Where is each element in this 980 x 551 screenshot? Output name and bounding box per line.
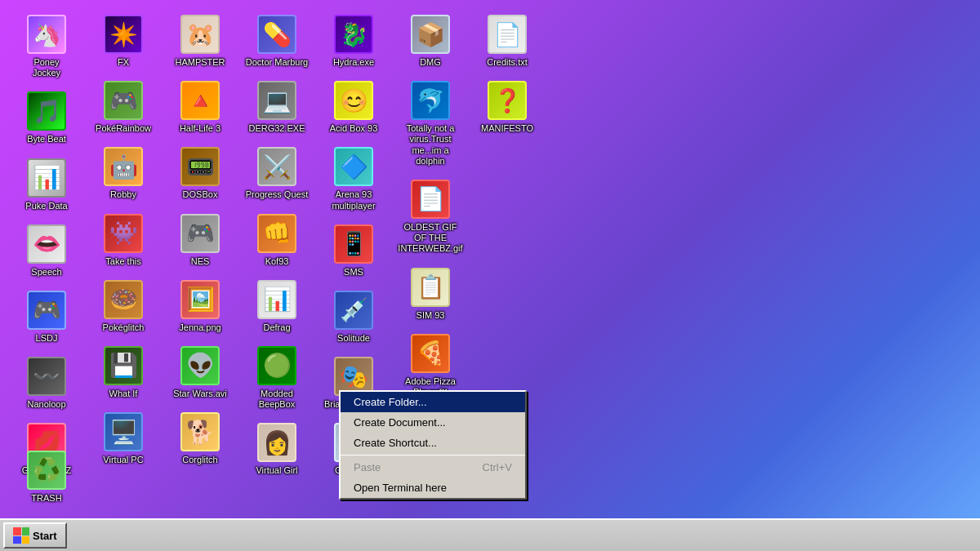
icon-label-corglitch: Corglitch <box>182 455 217 465</box>
menu-item-open-terminal[interactable]: Open Terminal here <box>341 478 525 498</box>
menu-label-create-document: Create Document... <box>354 416 446 429</box>
icon-label-solitude: Solitude <box>337 333 370 344</box>
desktop-icon-credits-txt[interactable]: 📄 Credits.txt <box>470 10 544 73</box>
icon-image-hampster: 🐹 <box>180 15 220 54</box>
desktop-icon-derg32-exe[interactable]: 💻 DERG32.EXE <box>240 76 314 139</box>
icon-label-doctor-marburg: Doctor Marburg <box>246 57 308 68</box>
desktop-icon-sms[interactable]: 📱 SMS <box>317 220 390 282</box>
icon-label-nanoloop: Nanoloop <box>27 399 65 410</box>
desktop-icon-oldest-gif[interactable]: 📄 OLDEST GIF OF THE INTERWEBZ.gif <box>394 175 467 260</box>
desktop-icon-sim93[interactable]: 📋 SIM 93 <box>394 263 467 326</box>
desktop-icon-poney-jockey[interactable]: 🦄 PoneyJockey <box>10 10 83 83</box>
menu-label-open-terminal: Open Terminal here <box>354 482 447 494</box>
desktop-icon-hydra-exe[interactable]: 🐉 Hydra.exe <box>317 10 390 73</box>
icon-label-dosbox: DOSBox <box>183 189 218 200</box>
icon-image-modded-beepbox: 🟢 <box>257 346 296 385</box>
icon-image-adobe-pizza: 🍕 <box>411 334 450 373</box>
desktop-icon-defrag[interactable]: 📊 Defrag <box>240 275 314 338</box>
desktop-icon-star-wars-avi[interactable]: 👽 Star Wars.avi <box>163 341 237 404</box>
desktop-icon-nanoloop[interactable]: 〰️ Nanoloop <box>10 352 83 415</box>
desktop-icon-pokerainbow[interactable]: 🎮 PokéRainbow <box>87 76 160 139</box>
desktop-icon-half-life-3[interactable]: 🔺 Half-Life 3 <box>163 76 237 139</box>
desktop-icon-jenna-png[interactable]: 🖼️ Jenna.png <box>163 275 237 338</box>
trash-icon-item[interactable]: ♻️ TRASH <box>10 446 83 509</box>
context-menu: Create Folder... Create Document... Crea… <box>339 390 527 500</box>
desktop-icon-lsdj[interactable]: 🎮 LSDJ <box>10 286 83 349</box>
menu-separator <box>341 455 525 455</box>
icon-image-doctor-marburg: 💊 <box>257 15 296 54</box>
desktop-icon-doctor-marburg[interactable]: 💊 Doctor Marburg <box>240 10 314 73</box>
desktop-icon-dosbox[interactable]: 📟 DOSBox <box>163 142 237 205</box>
desktop-icon-byte-beat[interactable]: 🎵 Byte Beat <box>10 87 83 149</box>
icon-image-acid-box-93: 😊 <box>334 81 373 120</box>
icon-label-acid-box-93: Acid Box 93 <box>330 123 378 134</box>
icon-image-totally-not-virus: 🐬 <box>411 81 450 120</box>
desktop-icon-what-if[interactable]: 💾 What If <box>87 341 160 404</box>
icon-label-arena93-multiplayer: Arena 93 multiplayer <box>320 189 387 211</box>
icon-label-modded-beepbox: Modded BeepBox <box>243 389 310 410</box>
desktop-icon-pokeglit[interactable]: 🍩 Pokéglitch <box>87 275 160 338</box>
icon-label-fx: FX <box>118 57 129 68</box>
icon-image-derg32-exe: 💻 <box>257 81 296 120</box>
icon-image-virtual-pc: 🖥️ <box>104 412 143 451</box>
start-button[interactable]: Start <box>3 522 67 549</box>
icon-label-half-life-3: Half-Life 3 <box>180 123 220 134</box>
icon-label-oldest-gif: OLDEST GIF OF THE INTERWEBZ.gif <box>397 222 464 255</box>
shortcut-paste: Ctrl+V <box>483 461 512 473</box>
icon-label-virtual-girl: Virtual Girl <box>256 465 297 476</box>
icon-image-progress-quest: ⚔️ <box>257 147 296 186</box>
menu-label-create-shortcut: Create Shortcut... <box>354 437 437 449</box>
icon-image-hydra-exe: 🐉 <box>334 15 373 54</box>
icon-image-virtual-girl: 👩 <box>257 423 296 462</box>
icon-label-sms: SMS <box>344 267 363 278</box>
desktop-icon-totally-not-virus[interactable]: 🐬 Totally not a virus.Trust me...im a do… <box>394 76 467 171</box>
icon-image-corglitch: 🐕 <box>180 412 220 451</box>
desktop-icon-puke-data[interactable]: 📊 Puke Data <box>10 153 83 216</box>
icon-image-half-life-3: 🔺 <box>180 81 220 120</box>
menu-item-create-folder[interactable]: Create Folder... <box>341 392 525 412</box>
icon-image-credits-txt: 📄 <box>488 15 527 54</box>
icon-label-pokerainbow: PokéRainbow <box>96 123 151 134</box>
icon-label-progress-quest: Progress Quest <box>246 189 308 200</box>
icon-label-puke-data: Puke Data <box>25 201 67 211</box>
icon-image-defrag: 📊 <box>257 280 296 319</box>
menu-item-create-document[interactable]: Create Document... <box>341 412 525 433</box>
desktop-icon-fx[interactable]: ✴️ FX <box>87 10 160 73</box>
icon-image-jenna-png: 🖼️ <box>180 280 220 319</box>
trash-label: TRASH <box>31 493 61 504</box>
desktop-icon-progress-quest[interactable]: ⚔️ Progress Quest <box>240 142 314 205</box>
icon-image-puke-data: 📊 <box>27 158 66 198</box>
desktop-icon-hampster[interactable]: 🐹 HAMPSTER <box>163 10 237 73</box>
desktop-icon-virtual-girl[interactable]: 👩 Virtual Girl <box>240 418 314 481</box>
menu-item-create-shortcut[interactable]: Create Shortcut... <box>341 433 525 453</box>
menu-item-paste: Paste Ctrl+V <box>341 457 525 478</box>
desktop-icon-arena93-multiplayer[interactable]: 🔷 Arena 93 multiplayer <box>317 142 390 216</box>
desktop-icon-kof93[interactable]: 👊 Kof93 <box>240 209 314 272</box>
desktop-icon-dmg[interactable]: 📦 DMG <box>394 10 467 73</box>
icon-image-pokerainbow: 🎮 <box>104 81 143 120</box>
desktop-icon-acid-box-93[interactable]: 😊 Acid Box 93 <box>317 76 390 139</box>
icon-image-nanoloop: 〰️ <box>27 357 66 396</box>
desktop-icon-manifesto[interactable]: ❓ MANIFESTO <box>470 76 544 139</box>
desktop-icon-speech[interactable]: 👄 Speech <box>10 220 83 282</box>
icon-label-kof93: Kof93 <box>265 256 289 267</box>
desktop-icon-solitude[interactable]: 💉 Solitude <box>317 286 390 349</box>
start-label: Start <box>33 530 57 542</box>
icon-label-totally-not-virus: Totally not a virus.Trust me...im a dolp… <box>397 123 464 167</box>
icon-image-nes: 🎮 <box>180 214 220 253</box>
desktop-icon-modded-beepbox[interactable]: 🟢 Modded BeepBox <box>240 341 314 415</box>
icon-label-poney-jockey: PoneyJockey <box>33 57 60 78</box>
icon-image-take-this: 👾 <box>104 214 143 253</box>
desktop-icon-take-this[interactable]: 👾 Take this <box>87 209 160 272</box>
icon-label-jenna-png: Jenna.png <box>179 322 220 333</box>
desktop-icon-robby[interactable]: 🤖 Robby <box>87 142 160 205</box>
icon-image-solitude: 💉 <box>334 291 373 330</box>
icon-image-kof93: 👊 <box>257 214 296 253</box>
icon-label-defrag: Defrag <box>263 322 290 333</box>
icon-label-take-this: Take this <box>105 256 140 267</box>
desktop-icon-virtual-pc[interactable]: 🖥️ Virtual PC <box>87 407 160 470</box>
icon-image-lsdj: 🎮 <box>27 291 66 330</box>
desktop-icon-nes[interactable]: 🎮 NES <box>163 209 237 272</box>
desktop-icon-corglitch[interactable]: 🐕 Corglitch <box>163 407 237 470</box>
icon-image-manifesto: ❓ <box>488 81 527 120</box>
